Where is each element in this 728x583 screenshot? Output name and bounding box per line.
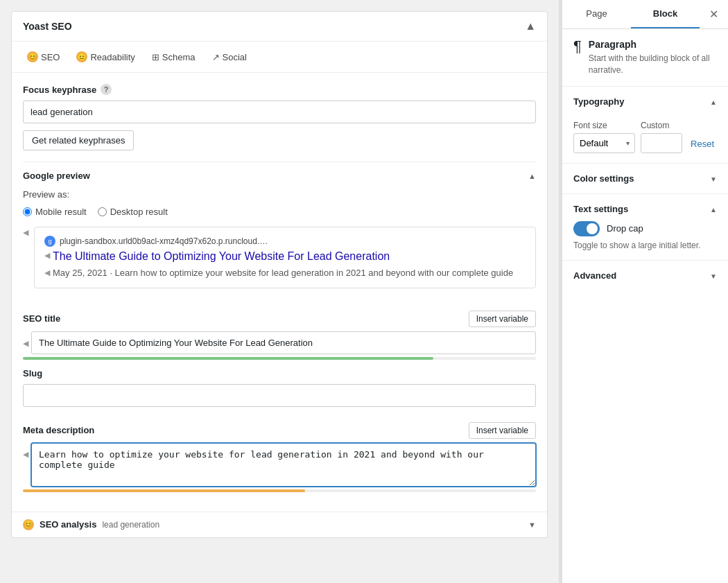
preview-title-arrow[interactable]: ◀ <box>44 250 50 260</box>
seo-analysis-title: SEO analysis <box>40 519 96 530</box>
typography-chevron <box>710 96 717 107</box>
tab-seo[interactable]: 😊 SEO <box>20 47 67 67</box>
yoast-tabs: 😊 SEO 😐 Readability ⊞ Schema ↗ Social <box>12 42 547 73</box>
right-panel: Page Block ✕ ¶ Paragraph Start with the … <box>562 0 728 583</box>
slug-input[interactable] <box>23 384 536 407</box>
custom-group: Custom <box>641 121 682 153</box>
seo-title-input[interactable] <box>31 331 536 354</box>
seo-title-label: SEO title <box>23 313 60 324</box>
font-size-label: Font size <box>573 121 635 130</box>
custom-font-size-input[interactable] <box>641 133 682 153</box>
seo-analysis-chevron: ▼ <box>528 521 536 529</box>
slug-field: Slug <box>23 368 536 414</box>
drop-cap-label: Drop cap <box>607 223 643 234</box>
text-settings-title: Text settings <box>573 204 628 214</box>
panel-tabs: Page Block ✕ <box>562 0 728 29</box>
meta-description-field: Meta description Insert variable ◀ Learn… <box>23 422 536 492</box>
tab-block[interactable]: Block <box>631 0 700 28</box>
block-info-text: Paragraph Start with the building block … <box>589 39 717 76</box>
seo-title-progress <box>23 357 536 360</box>
preview-url: plugin-sandbox.urld0b9acl-xmz4qd97x62o.p… <box>60 236 268 246</box>
seo-title-field: SEO title Insert variable ◀ <box>23 311 536 360</box>
meta-desc-insert-variable[interactable]: Insert variable <box>469 422 536 439</box>
block-desc: Start with the building block of all nar… <box>589 53 717 76</box>
meta-desc-progress-fill <box>23 489 305 492</box>
seo-analysis-icon: 😊 <box>23 519 34 530</box>
seo-analysis-keyword: lead generation <box>102 520 159 530</box>
seo-title-progress-fill <box>23 357 433 360</box>
tab-schema[interactable]: ⊞ Schema <box>145 47 202 67</box>
text-settings-section: Text settings Drop cap Toggle to show a … <box>562 194 728 261</box>
focus-keyphrase-input[interactable] <box>23 101 536 123</box>
preview-snippet: May 25, 2021 · Learn how to optimize you… <box>53 267 513 279</box>
yoast-seo-box: Yoast SEO ▲ 😊 SEO 😐 Readability ⊞ Schema… <box>11 11 548 538</box>
preview-left-arrow[interactable]: ◀ <box>23 227 28 237</box>
tab-page[interactable]: Page <box>562 0 631 28</box>
google-preview-section: Google preview ▲ Preview as: Mobile resu… <box>23 162 536 492</box>
text-settings-header[interactable]: Text settings <box>562 194 728 214</box>
yoast-content: Focus keyphrase ? Get related keyphrases… <box>12 73 547 512</box>
text-settings-content: Drop cap Toggle to show a large initial … <box>562 214 728 260</box>
font-select-wrapper: Default Small Normal Large Huge ▾ <box>573 133 635 153</box>
seo-title-header: SEO title Insert variable <box>23 311 536 327</box>
get-related-keyphrases-button[interactable]: Get related keyphrases <box>23 130 134 150</box>
seo-title-insert-variable[interactable]: Insert variable <box>469 311 536 327</box>
custom-label: Custom <box>641 121 682 130</box>
preview-snippet-arrow[interactable]: ◀ <box>44 267 50 277</box>
yoast-header: Yoast SEO ▲ <box>12 12 547 42</box>
tab-readability-label: Readability <box>90 52 135 62</box>
google-preview-chevron: ▲ <box>528 172 536 180</box>
meta-desc-arrow[interactable]: ◀ <box>23 449 28 459</box>
block-info: ¶ Paragraph Start with the building bloc… <box>562 29 728 87</box>
meta-desc-progress <box>23 489 536 492</box>
seo-title-arrow[interactable]: ◀ <box>23 338 28 348</box>
preview-as-label: Preview as: <box>23 189 536 200</box>
color-settings-section[interactable]: Color settings <box>562 164 728 194</box>
font-size-select[interactable]: Default Small Normal Large Huge <box>573 133 635 153</box>
preview-favicon: g <box>44 236 55 247</box>
collapse-button[interactable]: ▲ <box>525 20 536 33</box>
paragraph-icon: ¶ <box>573 39 582 54</box>
tab-readability[interactable]: 😐 Readability <box>69 47 141 67</box>
radio-group: Mobile result Desktop result <box>23 207 536 217</box>
color-settings-title: Color settings <box>573 173 634 184</box>
font-size-row: Font size Default Small Normal Large Hug… <box>573 121 717 153</box>
tab-schema-label: Schema <box>162 52 196 62</box>
google-preview-card: g plugin-sandbox.urld0b9acl-xmz4qd97x62o… <box>34 227 536 288</box>
text-settings-chevron <box>710 204 717 214</box>
mobile-result-radio[interactable]: Mobile result <box>23 207 87 217</box>
seo-tab-icon: 😊 <box>27 51 38 62</box>
social-tab-icon: ↗ <box>212 52 220 62</box>
focus-keyphrase-section: Focus keyphrase ? Get related keyphrases <box>23 84 536 150</box>
left-panel: Yoast SEO ▲ 😊 SEO 😐 Readability ⊞ Schema… <box>0 0 559 583</box>
google-preview-title: Google preview <box>23 171 90 181</box>
tab-seo-label: SEO <box>41 52 60 62</box>
seo-analysis-bar[interactable]: 😊 SEO analysis lead generation ▼ <box>12 512 547 537</box>
help-icon[interactable]: ? <box>101 84 112 95</box>
drop-cap-toggle[interactable] <box>573 221 600 236</box>
desktop-result-radio[interactable]: Desktop result <box>98 207 168 217</box>
meta-description-input[interactable]: Learn how to optimize your website for l… <box>31 443 536 487</box>
advanced-section[interactable]: Advanced <box>562 261 728 290</box>
close-panel-button[interactable]: ✕ <box>700 1 728 28</box>
seo-analysis-left: 😊 SEO analysis lead generation <box>23 519 159 530</box>
color-settings-chevron <box>710 173 717 184</box>
reset-font-size-button[interactable]: Reset <box>688 139 717 153</box>
tab-social[interactable]: ↗ Social <box>205 47 254 67</box>
slug-label: Slug <box>23 368 536 378</box>
preview-card-wrapper: ◀ g plugin-sandbox.urld0b9acl-xmz4qd97x6… <box>23 227 536 299</box>
typography-title: Typography <box>573 96 624 107</box>
preview-page-title[interactable]: The Ultimate Guide to Optimizing Your We… <box>53 250 390 264</box>
advanced-title: Advanced <box>573 270 616 281</box>
block-name: Paragraph <box>589 39 717 50</box>
typography-section: Typography Font size Default Small Norma… <box>562 87 728 164</box>
font-size-group: Font size Default Small Normal Large Hug… <box>573 121 635 153</box>
typography-header[interactable]: Typography <box>573 96 717 114</box>
drop-cap-hint: Toggle to show a large initial letter. <box>573 241 717 250</box>
meta-desc-label: Meta description <box>23 425 94 435</box>
meta-desc-header: Meta description Insert variable <box>23 422 536 439</box>
google-preview-header[interactable]: Google preview ▲ <box>23 162 536 189</box>
focus-keyphrase-label: Focus keyphrase ? <box>23 84 536 95</box>
yoast-title: Yoast SEO <box>23 21 72 32</box>
preview-url-row: g plugin-sandbox.urld0b9acl-xmz4qd97x62o… <box>44 236 526 247</box>
